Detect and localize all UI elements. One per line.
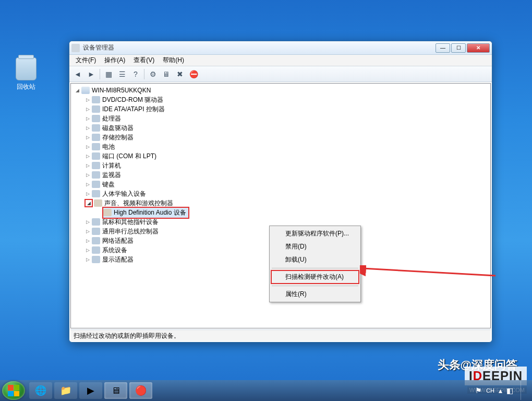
collapse-icon-highlighted[interactable]: ◢ bbox=[84, 199, 93, 207]
node-hda[interactable]: High Definition Audio 设备 bbox=[93, 208, 489, 217]
start-button[interactable] bbox=[2, 381, 25, 400]
cpu-icon bbox=[92, 115, 100, 122]
expand-icon[interactable]: ▷ bbox=[84, 181, 91, 187]
expand-icon[interactable]: ▷ bbox=[84, 106, 91, 112]
sound-icon bbox=[94, 199, 102, 207]
cm-separator bbox=[272, 286, 358, 286]
help-button[interactable]: ? bbox=[129, 68, 142, 80]
expand-icon[interactable]: ▷ bbox=[84, 144, 91, 150]
cm-update-driver[interactable]: 更新驱动程序软件(P)... bbox=[271, 227, 359, 240]
battery-icon bbox=[92, 143, 100, 150]
expand-icon[interactable]: ▷ bbox=[84, 153, 91, 159]
menu-view[interactable]: 查看(V) bbox=[129, 55, 159, 66]
tray-chevron-icon[interactable]: ▴ bbox=[499, 386, 502, 395]
node-hid[interactable]: ▷人体学输入设备 bbox=[82, 189, 489, 198]
node-port[interactable]: ▷端口 (COM 和 LPT) bbox=[82, 151, 489, 161]
dvd-icon bbox=[92, 96, 100, 103]
update-driver-button[interactable]: ⚙ bbox=[147, 68, 159, 80]
cm-disable[interactable]: 禁用(D) bbox=[271, 240, 359, 253]
uninstall-button[interactable]: ✖ bbox=[174, 68, 186, 80]
cm-scan-hardware[interactable]: 扫描检测硬件改动(A) bbox=[271, 270, 359, 284]
tree-root-node[interactable]: ◢ WIN-MI8R5UKKQKN bbox=[72, 86, 489, 95]
window-controls bbox=[436, 43, 490, 53]
node-ide[interactable]: ▷IDE ATA/ATAPI 控制器 bbox=[82, 104, 489, 114]
port-icon bbox=[92, 152, 100, 160]
cm-properties[interactable]: 属性(R) bbox=[271, 288, 359, 301]
tray-lang[interactable]: CH bbox=[486, 387, 494, 394]
node-keyboard[interactable]: ▷键盘 bbox=[82, 180, 489, 189]
system-tray: ⚑ CH ▴ ◧ bbox=[475, 381, 530, 400]
titlebar[interactable]: 设备管理器 bbox=[69, 41, 492, 55]
expand-icon[interactable]: ▷ bbox=[84, 238, 91, 244]
node-dvd[interactable]: ▷DVD/CD-ROM 驱动器 bbox=[82, 95, 489, 104]
node-battery[interactable]: ▷电池 bbox=[82, 142, 489, 151]
expand-icon[interactable]: ▷ bbox=[84, 115, 91, 122]
disk-icon bbox=[92, 124, 100, 132]
toolbar-separator bbox=[144, 69, 144, 79]
hda-label: High Definition Audio 设备 bbox=[114, 208, 186, 217]
menu-file[interactable]: 文件(F) bbox=[71, 55, 100, 66]
expand-icon[interactable]: ▷ bbox=[84, 97, 91, 103]
toolbar-separator bbox=[100, 69, 100, 79]
expand-icon[interactable]: ▷ bbox=[84, 228, 91, 234]
storage-icon bbox=[92, 134, 100, 141]
monitor-icon bbox=[92, 171, 100, 179]
node-storage[interactable]: ▷存储控制器 bbox=[82, 133, 489, 142]
system-icon bbox=[92, 246, 100, 254]
window-title: 设备管理器 bbox=[83, 43, 436, 52]
expand-icon[interactable]: ▷ bbox=[84, 219, 91, 225]
cm-separator bbox=[272, 268, 358, 268]
taskbar-explorer[interactable]: 📁 bbox=[54, 382, 77, 399]
show-hidden-button[interactable]: ▦ bbox=[102, 68, 115, 80]
collapse-icon[interactable]: ◢ bbox=[74, 87, 80, 93]
expand-icon[interactable]: ▷ bbox=[84, 125, 91, 131]
speaker-icon bbox=[103, 209, 112, 216]
recycle-bin-label: 回收站 bbox=[10, 82, 42, 91]
computer-icon bbox=[81, 87, 90, 94]
node-monitor[interactable]: ▷监视器 bbox=[82, 170, 489, 180]
show-desktop-button[interactable] bbox=[521, 381, 527, 400]
status-text: 扫描经过改动的或新的即插即用设备。 bbox=[74, 332, 180, 339]
taskbar-app[interactable]: 🔴 bbox=[129, 382, 152, 399]
statusbar: 扫描经过改动的或新的即插即用设备。 bbox=[70, 329, 491, 341]
taskbar-device-manager[interactable]: 🖥 bbox=[104, 382, 127, 399]
display-icon bbox=[92, 256, 100, 263]
tray-unknown-icon[interactable]: ◧ bbox=[506, 386, 513, 395]
nav-forward-button[interactable]: ► bbox=[85, 68, 98, 80]
usb-icon bbox=[92, 228, 100, 235]
node-disk[interactable]: ▷磁盘驱动器 bbox=[82, 123, 489, 133]
network-icon bbox=[92, 237, 100, 244]
tray-flag-icon[interactable]: ⚑ bbox=[475, 386, 482, 395]
expand-icon[interactable]: ▷ bbox=[84, 247, 91, 253]
taskbar-media-player[interactable]: ▶ bbox=[79, 382, 102, 399]
menu-help[interactable]: 帮助(H) bbox=[159, 55, 188, 66]
toolbar: ◄ ► ▦ ☰ ? ⚙ 🖥 ✖ ⛔ bbox=[69, 66, 492, 82]
context-menu: 更新驱动程序软件(P)... 禁用(D) 卸载(U) 扫描检测硬件改动(A) 属… bbox=[269, 226, 361, 302]
keyboard-icon bbox=[92, 181, 100, 188]
recycle-bin[interactable]: 回收站 bbox=[10, 57, 42, 91]
menu-action[interactable]: 操作(A) bbox=[100, 55, 129, 66]
menubar: 文件(F) 操作(A) 查看(V) 帮助(H) bbox=[69, 55, 492, 66]
root-label: WIN-MI8R5UKKQKN bbox=[92, 87, 151, 94]
cm-uninstall[interactable]: 卸载(U) bbox=[271, 253, 359, 266]
maximize-button[interactable] bbox=[451, 43, 466, 53]
expand-icon[interactable]: ▷ bbox=[84, 256, 91, 263]
spacer bbox=[95, 209, 101, 216]
node-computer[interactable]: ▷计算机 bbox=[82, 161, 489, 170]
mouse-icon bbox=[92, 218, 100, 226]
scan-hardware-button[interactable]: 🖥 bbox=[160, 68, 173, 80]
recycle-bin-icon bbox=[16, 57, 37, 80]
expand-icon[interactable]: ▷ bbox=[84, 162, 91, 169]
disable-button[interactable]: ⛔ bbox=[187, 68, 200, 80]
nav-back-button[interactable]: ◄ bbox=[71, 68, 84, 80]
windows-logo-icon bbox=[8, 385, 19, 396]
expand-icon[interactable]: ▷ bbox=[84, 172, 91, 178]
expand-icon[interactable]: ▷ bbox=[84, 191, 91, 197]
minimize-button[interactable] bbox=[436, 43, 450, 53]
node-cpu[interactable]: ▷处理器 bbox=[82, 114, 489, 123]
close-button[interactable] bbox=[467, 43, 490, 53]
view-button[interactable]: ☰ bbox=[116, 68, 128, 80]
taskbar: 🌐 📁 ▶ 🖥 🔴 ⚑ CH ▴ ◧ bbox=[0, 380, 532, 401]
taskbar-ie[interactable]: 🌐 bbox=[29, 382, 52, 399]
expand-icon[interactable]: ▷ bbox=[84, 134, 91, 140]
